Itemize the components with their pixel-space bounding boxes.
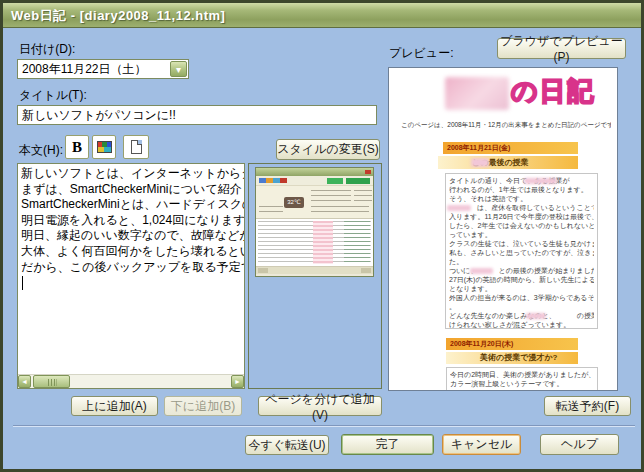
entry-date: 2008年11月21日(金) — [443, 142, 578, 154]
browser-preview-button[interactable]: ブラウザでプレビュー(P) — [497, 38, 626, 59]
redaction-blur — [524, 178, 557, 184]
redaction-blur — [447, 205, 471, 211]
cancel-button[interactable]: キャンセル — [442, 434, 521, 455]
preview-label: プレビュー: — [389, 45, 453, 62]
add-above-button[interactable]: 上に追加(A) — [71, 396, 158, 416]
date-label: 日付け(D): — [19, 41, 75, 58]
style-change-button[interactable]: スタイルの変更(S) — [276, 139, 380, 160]
entry-date: 2008年11月20日(木) — [446, 338, 578, 350]
thumbnail-green-button — [327, 178, 343, 184]
add-split-page-button[interactable]: ページを分けて追加(V) — [258, 396, 382, 416]
title-input[interactable]: 新しいソフトがパソコンに!! — [17, 105, 377, 125]
thumbnail-logo — [259, 178, 287, 183]
done-button[interactable]: 完了 — [341, 434, 434, 455]
insert-image-button[interactable] — [92, 135, 116, 159]
thumbnail-scrollbar — [256, 266, 373, 274]
thumbnail-titlebar — [256, 168, 373, 176]
transfer-now-button[interactable]: 今すぐ転送(U) — [245, 435, 329, 455]
entry-title: との最後の授業 — [438, 156, 578, 169]
image-icon — [97, 141, 112, 153]
temperature-badge: 32℃ — [284, 197, 304, 208]
scrollbar-thumb[interactable] — [33, 375, 70, 388]
attached-image-panel: 32℃ — [248, 163, 382, 389]
transfer-reserve-button[interactable]: 転送予約(F) — [544, 396, 631, 416]
entry-body: 今日の2時間目、美術の授業がありましたが、ポスターカラー演習上級というテーマです… — [446, 367, 598, 391]
text-cursor — [22, 276, 23, 290]
title-bar[interactable]: Web日記 - [diary2008_11,12.htm] — [3, 3, 641, 28]
scrollbar-grip — [47, 379, 56, 386]
scroll-right-icon[interactable]: ► — [231, 375, 244, 388]
redaction-blur — [445, 77, 509, 110]
window-title: Web日記 - [diary2008_11,12.htm] — [11, 8, 225, 23]
thumbnail-table — [256, 218, 373, 266]
diary-page-title: の日記 — [511, 74, 596, 109]
date-value: 2008年11月22日（土） — [22, 62, 147, 76]
body-text: 新しいソフトとは、インターネットからダウンロまずは、SmartCheckerMi… — [21, 166, 244, 275]
thumbnail-toolbar — [256, 176, 373, 186]
chevron-down-icon[interactable]: ▾ — [170, 61, 187, 77]
blank-page-icon — [131, 140, 142, 154]
body-textarea[interactable]: 新しいソフトとは、インターネットからダウンロまずは、SmartCheckerMi… — [17, 163, 245, 389]
thumbnail-green-button — [346, 178, 370, 184]
help-button[interactable]: ヘルプ — [540, 434, 619, 455]
entry-title: 美術の授業で漫才か? — [446, 352, 578, 364]
date-combobox[interactable]: 2008年11月22日（土） ▾ — [17, 59, 189, 79]
add-below-button: 下に追加(B) — [164, 396, 242, 416]
preview-pane: の日記 このページは、2008年11月・12月の出来事をまとめた日記のページです… — [388, 67, 618, 391]
web-diary-dialog: Web日記 - [diary2008_11,12.htm] 日付け(D): 20… — [0, 0, 644, 472]
redaction-blur — [471, 158, 489, 167]
diary-page-subtitle: このページは、2008年11月・12月の出来事をまとめた日記のページです。 — [401, 121, 611, 130]
new-page-button[interactable] — [123, 135, 149, 159]
title-label: タイトル(T): — [19, 87, 87, 104]
divider — [13, 425, 635, 427]
scroll-left-icon[interactable]: ◄ — [18, 375, 31, 388]
redaction-blur — [526, 313, 546, 319]
entry-body: タイトルの通り、今日で、ある授業が によって行われるのが、1年生では最後となりま… — [445, 173, 598, 329]
attached-image-thumbnail[interactable]: 32℃ — [255, 167, 374, 277]
thumbnail-info-area: 32℃ — [256, 186, 373, 218]
horizontal-scrollbar[interactable]: ◄ ► — [18, 374, 244, 388]
bold-button[interactable]: B — [65, 135, 89, 159]
body-label: 本文(H): — [19, 142, 63, 159]
redaction-blur — [470, 268, 493, 274]
